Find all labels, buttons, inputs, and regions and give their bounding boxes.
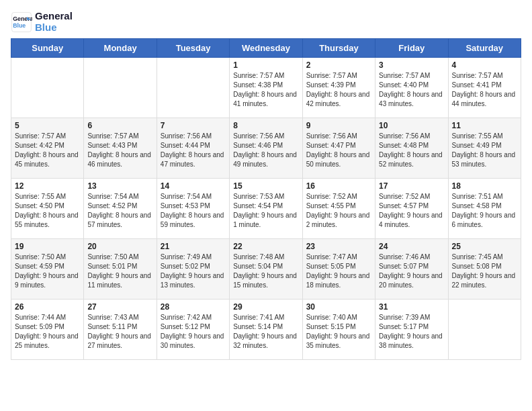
calendar-day-cell: 12 Sunrise: 7:55 AMSunset: 4:50 PMDaylig…	[11, 179, 84, 239]
weekday-header-cell: Wednesday	[230, 39, 302, 58]
weekday-header-cell: Sunday	[11, 39, 84, 58]
calendar-day-cell: 7 Sunrise: 7:56 AMSunset: 4:44 PMDayligh…	[157, 118, 229, 179]
calendar-day-cell	[157, 58, 229, 118]
calendar-week-row: 5 Sunrise: 7:57 AMSunset: 4:42 PMDayligh…	[11, 118, 521, 179]
day-info: Sunrise: 7:52 AMSunset: 4:57 PMDaylight:…	[379, 192, 444, 230]
calendar-week-row: 19 Sunrise: 7:50 AMSunset: 4:59 PMDaylig…	[11, 239, 521, 300]
logo-icon: General Blue	[11, 11, 32, 33]
calendar-day-cell: 11 Sunrise: 7:55 AMSunset: 4:49 PMDaylig…	[448, 118, 521, 179]
day-number: 14	[161, 181, 226, 191]
logo-blue: Blue	[35, 22, 73, 34]
calendar-day-cell: 29 Sunrise: 7:41 AMSunset: 5:14 PMDaylig…	[230, 300, 302, 360]
calendar-day-cell: 14 Sunrise: 7:54 AMSunset: 4:53 PMDaylig…	[157, 179, 229, 239]
weekday-header-cell: Friday	[375, 39, 448, 58]
day-number: 24	[379, 242, 444, 251]
calendar-day-cell: 21 Sunrise: 7:49 AMSunset: 5:02 PMDaylig…	[157, 239, 229, 300]
calendar-day-cell: 20 Sunrise: 7:50 AMSunset: 5:01 PMDaylig…	[84, 239, 157, 300]
day-number: 11	[452, 121, 517, 130]
day-info: Sunrise: 7:53 AMSunset: 4:54 PMDaylight:…	[233, 192, 298, 230]
calendar-day-cell: 18 Sunrise: 7:51 AMSunset: 4:58 PMDaylig…	[448, 179, 521, 239]
day-number: 13	[87, 181, 152, 191]
day-number: 30	[306, 302, 371, 312]
day-info: Sunrise: 7:55 AMSunset: 4:49 PMDaylight:…	[452, 132, 517, 169]
calendar-day-cell: 9 Sunrise: 7:56 AMSunset: 4:47 PMDayligh…	[302, 118, 375, 179]
day-info: Sunrise: 7:48 AMSunset: 5:04 PMDaylight:…	[233, 253, 298, 290]
day-info: Sunrise: 7:39 AMSunset: 5:17 PMDaylight:…	[379, 313, 444, 351]
calendar-day-cell: 25 Sunrise: 7:45 AMSunset: 5:08 PMDaylig…	[448, 239, 521, 300]
calendar-day-cell: 13 Sunrise: 7:54 AMSunset: 4:52 PMDaylig…	[84, 179, 157, 239]
day-number: 23	[306, 242, 371, 251]
calendar-header: SundayMondayTuesdayWednesdayThursdayFrid…	[11, 39, 521, 58]
day-info: Sunrise: 7:56 AMSunset: 4:44 PMDaylight:…	[161, 132, 226, 169]
day-info: Sunrise: 7:43 AMSunset: 5:11 PMDaylight:…	[87, 313, 152, 351]
day-info: Sunrise: 7:57 AMSunset: 4:41 PMDaylight:…	[452, 71, 517, 109]
calendar-day-cell: 27 Sunrise: 7:43 AMSunset: 5:11 PMDaylig…	[84, 300, 157, 360]
calendar-day-cell: 26 Sunrise: 7:44 AMSunset: 5:09 PMDaylig…	[11, 300, 84, 360]
day-number: 18	[452, 181, 517, 191]
day-info: Sunrise: 7:51 AMSunset: 4:58 PMDaylight:…	[452, 192, 517, 230]
day-info: Sunrise: 7:57 AMSunset: 4:42 PMDaylight:…	[15, 132, 80, 169]
day-info: Sunrise: 7:42 AMSunset: 5:12 PMDaylight:…	[161, 313, 226, 351]
day-number: 31	[379, 302, 444, 312]
calendar-table: SundayMondayTuesdayWednesdayThursdayFrid…	[11, 38, 521, 360]
day-info: Sunrise: 7:55 AMSunset: 4:50 PMDaylight:…	[15, 192, 80, 230]
day-number: 5	[15, 121, 80, 130]
calendar-day-cell: 15 Sunrise: 7:53 AMSunset: 4:54 PMDaylig…	[230, 179, 302, 239]
day-number: 1	[233, 60, 298, 70]
weekday-header-cell: Saturday	[448, 39, 521, 58]
page-header: General Blue General Blue	[11, 11, 521, 33]
calendar-day-cell: 31 Sunrise: 7:39 AMSunset: 5:17 PMDaylig…	[375, 300, 448, 360]
calendar-day-cell: 6 Sunrise: 7:57 AMSunset: 4:43 PMDayligh…	[84, 118, 157, 179]
day-info: Sunrise: 7:50 AMSunset: 4:59 PMDaylight:…	[15, 253, 80, 290]
day-number: 8	[233, 121, 298, 130]
calendar-day-cell	[11, 58, 84, 118]
calendar-day-cell: 23 Sunrise: 7:47 AMSunset: 5:05 PMDaylig…	[302, 239, 375, 300]
calendar-day-cell	[84, 58, 157, 118]
day-number: 15	[233, 181, 298, 191]
day-number: 2	[306, 60, 371, 70]
calendar-day-cell: 19 Sunrise: 7:50 AMSunset: 4:59 PMDaylig…	[11, 239, 84, 300]
day-number: 7	[161, 121, 226, 130]
day-info: Sunrise: 7:57 AMSunset: 4:43 PMDaylight:…	[87, 132, 152, 169]
calendar-day-cell: 30 Sunrise: 7:40 AMSunset: 5:15 PMDaylig…	[302, 300, 375, 360]
day-number: 16	[306, 181, 371, 191]
weekday-header-row: SundayMondayTuesdayWednesdayThursdayFrid…	[11, 39, 521, 58]
day-info: Sunrise: 7:57 AMSunset: 4:38 PMDaylight:…	[233, 71, 298, 109]
day-info: Sunrise: 7:40 AMSunset: 5:15 PMDaylight:…	[306, 313, 371, 351]
day-info: Sunrise: 7:50 AMSunset: 5:01 PMDaylight:…	[87, 253, 152, 290]
svg-text:Blue: Blue	[13, 22, 26, 29]
calendar-week-row: 26 Sunrise: 7:44 AMSunset: 5:09 PMDaylig…	[11, 300, 521, 360]
calendar-day-cell: 8 Sunrise: 7:56 AMSunset: 4:46 PMDayligh…	[230, 118, 302, 179]
calendar-day-cell: 28 Sunrise: 7:42 AMSunset: 5:12 PMDaylig…	[157, 300, 229, 360]
calendar-day-cell: 24 Sunrise: 7:46 AMSunset: 5:07 PMDaylig…	[375, 239, 448, 300]
calendar-day-cell: 10 Sunrise: 7:56 AMSunset: 4:48 PMDaylig…	[375, 118, 448, 179]
calendar-day-cell	[448, 300, 521, 360]
weekday-header-cell: Monday	[84, 39, 157, 58]
day-info: Sunrise: 7:56 AMSunset: 4:47 PMDaylight:…	[306, 132, 371, 169]
day-number: 27	[87, 302, 152, 312]
day-number: 10	[379, 121, 444, 130]
day-number: 29	[233, 302, 298, 312]
day-info: Sunrise: 7:56 AMSunset: 4:46 PMDaylight:…	[233, 132, 298, 169]
day-number: 19	[15, 242, 80, 251]
day-number: 3	[379, 60, 444, 70]
day-info: Sunrise: 7:57 AMSunset: 4:40 PMDaylight:…	[379, 71, 444, 109]
logo: General Blue General Blue	[11, 11, 73, 33]
day-number: 9	[306, 121, 371, 130]
calendar-day-cell: 17 Sunrise: 7:52 AMSunset: 4:57 PMDaylig…	[375, 179, 448, 239]
calendar-day-cell: 22 Sunrise: 7:48 AMSunset: 5:04 PMDaylig…	[230, 239, 302, 300]
calendar-body: 1 Sunrise: 7:57 AMSunset: 4:38 PMDayligh…	[11, 58, 521, 360]
day-info: Sunrise: 7:54 AMSunset: 4:52 PMDaylight:…	[87, 192, 152, 230]
day-info: Sunrise: 7:45 AMSunset: 5:08 PMDaylight:…	[452, 253, 517, 290]
day-info: Sunrise: 7:46 AMSunset: 5:07 PMDaylight:…	[379, 253, 444, 290]
calendar-week-row: 12 Sunrise: 7:55 AMSunset: 4:50 PMDaylig…	[11, 179, 521, 239]
logo-general: General	[35, 11, 73, 22]
day-info: Sunrise: 7:56 AMSunset: 4:48 PMDaylight:…	[379, 132, 444, 169]
day-info: Sunrise: 7:57 AMSunset: 4:39 PMDaylight:…	[306, 71, 371, 109]
day-number: 25	[452, 242, 517, 251]
day-number: 21	[161, 242, 226, 251]
day-number: 22	[233, 242, 298, 251]
day-number: 28	[161, 302, 226, 312]
calendar-day-cell: 1 Sunrise: 7:57 AMSunset: 4:38 PMDayligh…	[230, 58, 302, 118]
weekday-header-cell: Thursday	[302, 39, 375, 58]
